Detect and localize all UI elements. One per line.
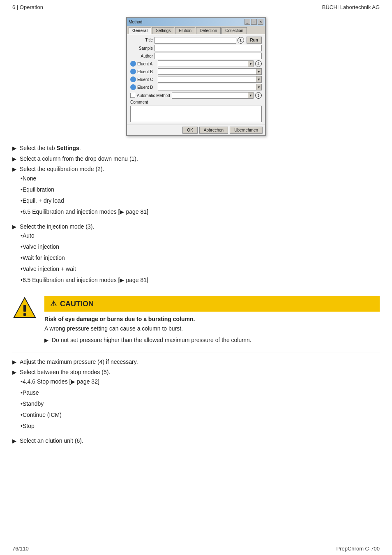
instruction-2: ▶ Select a column from the drop down men… — [12, 155, 380, 163]
caution-instruction-text: Do not set pressure higher than the allo… — [52, 336, 251, 345]
title-input[interactable] — [154, 37, 236, 44]
caution-body: A wrong pressure setting can cause a col… — [44, 325, 380, 333]
title-field — [154, 37, 236, 44]
sub-equil-ref: 6.5 Equilibration and injection modes [▶… — [21, 208, 148, 216]
post-instruction-1: ▶ Adjust the maximum pressure (4) if nec… — [12, 358, 380, 366]
post-arrow-2: ▶ — [12, 369, 16, 376]
sub-pause: Pause — [21, 388, 99, 397]
eluent-b-label: Eluent B — [137, 69, 158, 74]
eluent-c-row: Eluent C ▼ — [130, 76, 262, 83]
instruction-2-text: Select a column from the drop down menu … — [20, 155, 138, 163]
dialog-titlebar: Method _ □ ✕ — [127, 18, 265, 26]
cancel-button[interactable]: Abbrechen — [199, 127, 228, 134]
maximize-button[interactable]: □ — [251, 19, 257, 25]
instruction-1-text: Select the tab Settings. — [20, 144, 81, 153]
comment-label: Comment — [130, 100, 155, 104]
svg-rect-1 — [23, 305, 26, 312]
annotation-2: 2 — [255, 60, 262, 67]
arrow-2: ▶ — [12, 155, 16, 163]
sub-stop: Stop — [21, 422, 99, 430]
annotation-1: 1 — [238, 37, 244, 44]
eluent-c-input[interactable] — [158, 76, 256, 83]
post-instruction-3-text: Select an elution unit (6). — [20, 437, 83, 445]
auto-method-label: Automatic Method — [137, 93, 170, 98]
run-button[interactable]: Run — [247, 37, 262, 44]
eluent-a-dropdown[interactable]: ▼ — [248, 60, 254, 67]
caution-title: CAUTION — [60, 300, 94, 308]
tab-settings[interactable]: Settings — [152, 27, 174, 34]
footer-right: PrepChrom C-700 — [337, 546, 380, 552]
dialog-tabs: General Settings Elution Detection Colle… — [127, 26, 265, 34]
sub-wait: Wait for injection — [21, 254, 148, 262]
eluent-a-input[interactable] — [158, 60, 248, 67]
author-input[interactable] — [154, 53, 262, 59]
apply-button[interactable]: Übernehmen — [230, 127, 263, 134]
caution-content: ⚠ CAUTION Risk of eye damage or burns du… — [44, 296, 380, 346]
sub-valve-wait: Valve injection + wait — [21, 265, 148, 273]
sub-auto: Auto — [21, 231, 148, 240]
header-left: 6 | Operation — [12, 4, 43, 10]
post-instruction-2-sublist: 4.4.6 Stop modes [▶ page 32] Pause Stand… — [21, 377, 99, 433]
ok-button[interactable]: OK — [182, 127, 197, 134]
dialog-body-inner: Title 1 Run Sample — [130, 37, 262, 122]
comment-textarea[interactable] — [130, 106, 262, 122]
close-button[interactable]: ✕ — [258, 19, 263, 25]
tab-collection[interactable]: Collection — [221, 27, 247, 34]
eluent-d-row: Eluent D ▼ — [130, 84, 262, 90]
footer-left: 76/110 — [12, 546, 29, 552]
eluent-b-icon — [130, 69, 136, 74]
dialog-box: Method _ □ ✕ General Settings Elution De… — [126, 17, 266, 136]
eluent-b-row: Eluent B ▼ — [130, 68, 262, 75]
author-label: Author — [130, 54, 153, 58]
tab-elution[interactable]: Elution — [175, 27, 195, 34]
dialog-container: Method _ □ ✕ General Settings Elution De… — [12, 17, 380, 136]
title-label: Title — [130, 38, 153, 42]
dialog-bottom-buttons: OK Abbrechen Übernehmen — [127, 125, 265, 135]
auto-method-input[interactable] — [172, 92, 248, 99]
instruction-list: ▶ Select the tab Settings. ▶ Select a co… — [12, 144, 380, 289]
post-instruction-1-text: Adjust the maximum pressure (4) if neces… — [20, 358, 138, 366]
post-instruction-2-text: Select between the stop modes (5). — [20, 368, 110, 377]
comment-row: Comment — [130, 100, 262, 104]
caution-section: ⚠ CAUTION Risk of eye damage or burns du… — [12, 296, 380, 346]
svg-rect-2 — [23, 313, 26, 316]
sub-standby: Standby — [21, 400, 99, 408]
eluent-d-icon — [130, 84, 136, 90]
eluent-c-label: Eluent C — [137, 77, 158, 82]
sample-input[interactable] — [154, 45, 262, 51]
arrow-1: ▶ — [12, 145, 16, 152]
settings-bold: Settings — [57, 145, 79, 151]
minimize-button[interactable]: _ — [244, 19, 250, 25]
warning-triangle-icon — [12, 296, 37, 321]
post-instruction-2: ▶ Select between the stop modes (5). 4.4… — [12, 368, 380, 435]
caution-instruction: ▶ Do not set pressure higher than the al… — [44, 336, 380, 345]
instruction-4-text: Select the injection mode (3). — [20, 223, 94, 231]
eluent-a-label: Eluent A — [137, 62, 158, 66]
auto-method-dropdown[interactable]: ▼ — [248, 92, 254, 99]
eluent-d-dropdown[interactable]: ▼ — [256, 84, 262, 90]
eluent-a-row: Eluent A ▼ 2 — [130, 60, 262, 67]
tab-general[interactable]: General — [129, 27, 151, 34]
instruction-1: ▶ Select the tab Settings. — [12, 144, 380, 153]
dialog-titlebar-buttons: _ □ ✕ — [244, 19, 263, 25]
eluent-c-dropdown[interactable]: ▼ — [256, 76, 262, 83]
sample-label: Sample — [130, 46, 153, 51]
eluent-b-dropdown[interactable]: ▼ — [256, 68, 262, 75]
sub-equil-dry: Equil. + dry load — [21, 197, 148, 205]
arrow-4: ▶ — [12, 223, 16, 231]
dialog-body: Title 1 Run Sample — [127, 34, 265, 125]
instruction-3: ▶ Select the equilibration mode (2). Non… — [12, 165, 380, 220]
main-content: Method _ □ ✕ General Settings Elution De… — [0, 13, 392, 468]
post-caution-list: ▶ Adjust the maximum pressure (4) if nec… — [12, 358, 380, 445]
instruction-4: ▶ Select the injection mode (3). Auto Va… — [12, 223, 380, 289]
caution-arrow: ▶ — [44, 337, 48, 344]
post-arrow-1: ▶ — [12, 358, 16, 366]
eluent-b-input[interactable] — [158, 68, 256, 75]
instruction-3-text: Select the equilibration mode (2). — [20, 165, 104, 173]
post-arrow-3: ▶ — [12, 437, 16, 445]
tab-detection[interactable]: Detection — [196, 27, 221, 34]
sub-continue: Continue (ICM) — [21, 411, 99, 419]
auto-method-checkbox[interactable] — [130, 93, 135, 98]
eluent-d-input[interactable] — [158, 84, 256, 90]
instruction-3-sublist: None Equilibration Equil. + dry load 6.5… — [21, 174, 148, 219]
